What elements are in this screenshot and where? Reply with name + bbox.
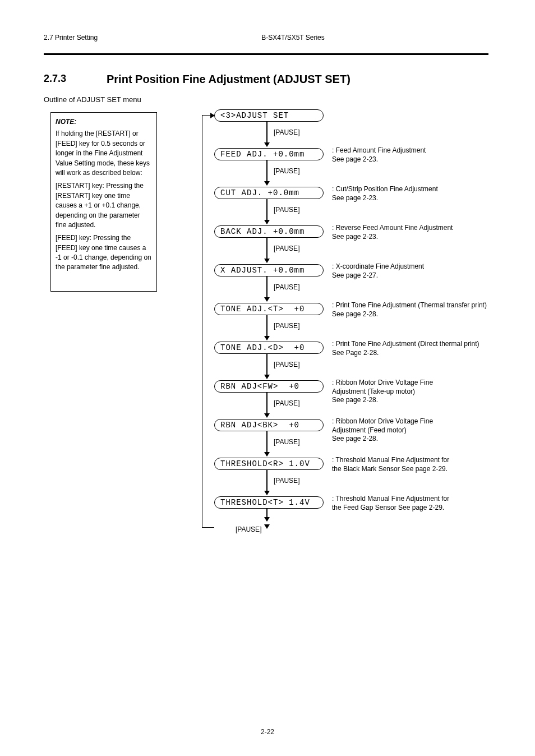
arrow-down-icon	[266, 393, 268, 417]
step-caption: : Reverse Feed Amount Fine Adjustment Se…	[332, 224, 528, 241]
header-center: B-SX4T/SX5T Series	[98, 34, 488, 42]
arrow-down-icon	[266, 160, 268, 185]
page: 2.7 Printer Setting B-SX4T/SX5T Series 2…	[0, 0, 535, 756]
arrow-down-icon	[266, 122, 268, 146]
lcd-display: THRESHOLD<R> 1.0V	[214, 458, 324, 470]
arrow-key-label: [PAUSE]	[274, 361, 299, 368]
arrow-key-label: [PAUSE]	[274, 245, 299, 252]
lcd-display: BACK ADJ. +0.0mm	[214, 225, 324, 238]
lcd-display: X ADJUST. +0.0mm	[214, 264, 324, 276]
step-caption: : Threshold Manual Fine Adjustment for t…	[332, 495, 528, 512]
step-caption: : Print Tone Fine Adjustment (Thermal tr…	[332, 301, 528, 319]
arrow-key-label: [PAUSE]	[274, 128, 299, 136]
flow-step: THRESHOLD<T> 1.4V: Threshold Manual Fine…	[191, 496, 342, 509]
lcd-display: RBN ADJ<BK> +0	[214, 419, 324, 431]
arrow-key-label: [PAUSE]	[274, 399, 299, 407]
flow-step: TONE ADJ.<D> +0: Print Tone Fine Adjustm…	[191, 342, 342, 354]
step-caption: : X-coordinate Fine Adjustment See page …	[332, 262, 528, 280]
flow-step: CUT ADJ. +0.0mm: Cut/Strip Position Fine…	[191, 187, 342, 199]
note-p2: [RESTART] key: Pressing the [RESTART] ke…	[56, 181, 152, 230]
arrow-key-label: [PAUSE]	[274, 322, 299, 330]
note-box: NOTE: If holding the [RESTART] or [FEED]…	[50, 112, 157, 292]
lcd-display: THRESHOLD<T> 1.4V	[214, 496, 324, 509]
running-header: 2.7 Printer Setting B-SX4T/SX5T Series	[44, 34, 488, 42]
note-p3-label: [FEED] key:	[56, 234, 91, 242]
flow-step: FEED ADJ. +0.0mm: Feed Amount Fine Adjus…	[191, 148, 342, 160]
flow-step: BACK ADJ. +0.0mm: Reverse Feed Amount Fi…	[191, 225, 342, 238]
intro-text: Outline of ADJUST SET menu	[44, 95, 487, 104]
arrow-key-label: [PAUSE]	[274, 167, 299, 175]
arrow-key-label: [PAUSE]	[274, 206, 299, 214]
flow-step: TONE ADJ.<T> +0: Print Tone Fine Adjustm…	[191, 303, 342, 315]
page-number: 2-22	[0, 728, 535, 736]
step-caption: : Ribbon Motor Drive Voltage Fine Adjust…	[332, 379, 528, 405]
flow-step: <3>ADJUST SET[PAUSE]	[191, 109, 342, 122]
flow-step: X ADJUST. +0.0mm: X-coordinate Fine Adju…	[191, 264, 342, 276]
section-title: Print Position Fine Adjustment (ADJUST S…	[107, 73, 350, 86]
note-p1: If holding the [RESTART] or [FEED] key f…	[56, 129, 152, 178]
step-caption: : Print Tone Fine Adjustment (Direct the…	[332, 340, 528, 357]
flow-diagram: [PAUSE] <3>ADJUST SET[PAUSE]FEED ADJ. +0…	[191, 109, 342, 535]
loop-key-label: [PAUSE]	[236, 525, 261, 533]
lcd-display: CUT ADJ. +0.0mm	[214, 187, 324, 199]
arrow-down-icon	[266, 276, 268, 301]
header-left: 2.7 Printer Setting	[44, 34, 98, 42]
lcd-display: TONE ADJ.<T> +0	[214, 303, 324, 315]
flow-step: THRESHOLD<R> 1.0V: Threshold Manual Fine…	[191, 458, 342, 470]
lcd-display: RBN ADJ<FW> +0	[214, 380, 324, 393]
arrow-down-icon	[266, 199, 268, 224]
step-caption: : Cut/Strip Position Fine Adjustment See…	[332, 185, 528, 202]
flow-step: RBN ADJ<BK> +0: Ribbon Motor Drive Volta…	[191, 419, 342, 431]
step-caption: : Threshold Manual Fine Adjustment for t…	[332, 456, 528, 473]
header-rule	[44, 53, 488, 55]
step-caption: : Ribbon Motor Drive Voltage Fine Adjust…	[332, 417, 528, 444]
arrow-key-label: [PAUSE]	[274, 438, 299, 446]
arrow-key-label: [PAUSE]	[274, 283, 299, 291]
section-number: 2.7.3	[44, 73, 66, 85]
step-caption: : Feed Amount Fine Adjustment See page 2…	[332, 146, 528, 164]
note-p3: [FEED] key: Pressing the [FEED] key one …	[56, 233, 152, 273]
note-title: NOTE:	[56, 117, 152, 127]
flow-step: RBN ADJ<FW> +0: Ribbon Motor Drive Volta…	[191, 380, 342, 393]
lcd-display: <3>ADJUST SET	[214, 109, 324, 122]
arrow-down-icon	[266, 470, 268, 495]
arrow-key-label: [PAUSE]	[274, 477, 299, 485]
arrow-down-icon	[266, 354, 268, 379]
note-p2-label: [RESTART] key:	[56, 182, 104, 190]
arrow-down-icon	[266, 238, 268, 262]
loop-tail-arrow-icon	[266, 524, 268, 528]
arrow-down-icon	[266, 315, 268, 340]
lcd-display: TONE ADJ.<D> +0	[214, 342, 324, 354]
arrow-down-icon	[266, 431, 268, 456]
arrow-down-icon	[266, 509, 268, 521]
lcd-display: FEED ADJ. +0.0mm	[214, 148, 324, 160]
